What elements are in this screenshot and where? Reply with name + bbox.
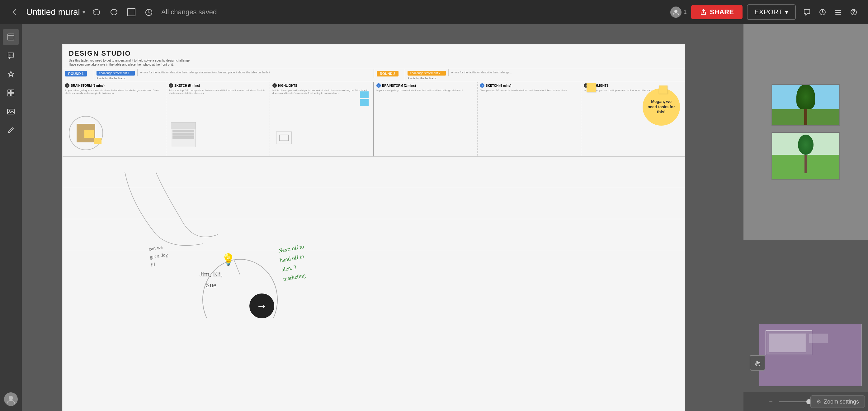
- svg-rect-13: [11, 90, 14, 93]
- arrow-icon: →: [256, 299, 268, 312]
- col1-desc: In your silent gallery, communicate idea…: [65, 89, 163, 95]
- floating-sticky-1: [587, 83, 596, 92]
- challenge1-text: A note for the facilitator:: [96, 77, 135, 80]
- svg-point-1: [674, 10, 678, 13]
- svg-point-18: [9, 396, 13, 400]
- share-button[interactable]: SHARE: [691, 5, 743, 19]
- green-sketch-text: Next: off tohand off toalen. 3marketing: [277, 242, 310, 284]
- sidebar-sticky-tool[interactable]: [3, 29, 19, 45]
- col2-desc: Take your top 2-3 concepts from brainsto…: [169, 89, 267, 95]
- svg-rect-15: [11, 93, 14, 96]
- sidebar-grid-tool[interactable]: [3, 85, 19, 101]
- help-button[interactable]: [847, 5, 861, 19]
- export-label: EXPORT: [754, 8, 782, 16]
- left-sidebar: [0, 24, 22, 411]
- svg-rect-3: [835, 10, 841, 11]
- svg-rect-12: [8, 90, 10, 93]
- arrow-button[interactable]: →: [249, 294, 274, 318]
- floating-sticky-2: [659, 85, 668, 94]
- zoom-settings-button[interactable]: ⚙ Zoom settings: [810, 396, 865, 408]
- minimap-sidebar: [809, 334, 828, 343]
- mini-sticky-1: [84, 130, 94, 138]
- blue-sticky-2: [360, 99, 369, 106]
- col2-header: SKETCH (5 mins): [174, 84, 200, 88]
- save-status: All changes saved: [161, 8, 217, 16]
- col5-header: SKETCH (5 mins): [486, 84, 511, 88]
- svg-point-10: [10, 55, 11, 56]
- minimap-canvas[interactable]: [759, 324, 862, 386]
- main-area: DESIGN STUDIO Use this table, you need t…: [0, 24, 868, 411]
- svg-rect-4: [835, 12, 841, 13]
- ds-subtitle: Use this table, you need to get to under…: [69, 59, 678, 62]
- minimap-area[interactable]: [743, 240, 868, 392]
- challenge2-text: A note for the facilitator:: [407, 77, 446, 80]
- frame-icon: [127, 8, 135, 16]
- sketch-names-circle: Jim, Eli,Sue: [199, 269, 223, 290]
- sidebar-image-tool[interactable]: [3, 104, 19, 120]
- undo-button[interactable]: [90, 6, 103, 18]
- svg-point-11: [12, 55, 13, 56]
- list-view-button[interactable]: [831, 5, 845, 19]
- mural-canvas[interactable]: DESIGN STUDIO Use this table, you need t…: [62, 44, 685, 411]
- top-bar: Untitled mural ▾ All changes saved: [0, 0, 868, 24]
- sidebar-draw-tool[interactable]: [3, 122, 19, 138]
- export-button[interactable]: EXPORT ▾: [747, 4, 796, 20]
- guide-line-1: [63, 188, 685, 188]
- zoom-minus-button[interactable]: −: [767, 397, 775, 406]
- tree-label: [772, 173, 840, 179]
- round1-badge: ROUND 1: [65, 71, 87, 76]
- redo-button[interactable]: [108, 6, 120, 18]
- share-label: SHARE: [710, 8, 734, 16]
- round2-badge: ROUND 2: [377, 71, 399, 76]
- design-studio-title: DESIGN STUDIO: [69, 49, 678, 58]
- collaborators-area: 1: [670, 6, 687, 18]
- mural-title: Untitled mural: [26, 7, 80, 17]
- export-chevron: ▾: [785, 8, 788, 16]
- callout-text: Megan, we need tasks for this!: [647, 99, 675, 115]
- lightbulb-icon: 💡: [221, 253, 236, 266]
- tree-photo-1: [772, 85, 839, 125]
- right-panel-images: [743, 24, 868, 240]
- col3-desc: In this phase, you and participants can …: [272, 89, 371, 95]
- col4-header: BRAINSTORM (2 mins): [382, 84, 416, 88]
- svg-point-9: [9, 55, 10, 56]
- minimap-content: [769, 334, 806, 352]
- challenge2-badge: challenge statement 2: [407, 71, 446, 75]
- topbar-icon-group: [800, 5, 861, 19]
- tree-image-1: [772, 84, 840, 126]
- col3-header: HIGHLIGHTS: [278, 84, 297, 88]
- hand-tool-button[interactable]: [750, 355, 765, 371]
- back-button[interactable]: [7, 5, 21, 19]
- mini-sticky-2: [94, 138, 101, 144]
- svg-rect-5: [835, 14, 841, 14]
- sketch-text-dog: can weget a dogit!: [148, 242, 170, 269]
- col1-header: BRAINSTORM (2 mins): [71, 84, 104, 88]
- canvas-area[interactable]: DESIGN STUDIO Use this table, you need t…: [22, 24, 743, 411]
- callout-circle: Megan, we need tasks for this!: [643, 88, 680, 126]
- zoom-settings-label: Zoom settings: [824, 399, 859, 405]
- svg-rect-8: [8, 34, 14, 40]
- sidebar-star-tool[interactable]: [3, 66, 19, 82]
- comment-button[interactable]: [800, 5, 814, 19]
- guide-line-2: [63, 219, 685, 219]
- frame-button[interactable]: [125, 6, 137, 18]
- title-dropdown-icon: ▾: [83, 9, 85, 15]
- svg-point-7: [854, 13, 854, 14]
- user-avatar[interactable]: [4, 392, 18, 406]
- gear-icon: ⚙: [816, 398, 821, 405]
- collaborators-count: 1: [683, 8, 687, 15]
- ds-note: Have everyone take a role in the table a…: [69, 63, 678, 66]
- activity-button[interactable]: [816, 5, 829, 19]
- svg-point-17: [9, 110, 10, 111]
- challenge1-badge: challenge statement 1: [96, 71, 135, 75]
- right-panel: − + 10% ⚙ Zoom settings: [743, 24, 868, 411]
- blue-sticky-1: [360, 92, 369, 98]
- mural-title-area[interactable]: Untitled mural ▾: [26, 7, 85, 17]
- collaborator-avatar: [670, 6, 682, 18]
- sidebar-comment-tool[interactable]: [3, 47, 19, 64]
- highlights-element: [276, 132, 292, 144]
- sketch-overlay: [63, 157, 685, 318]
- round1-notes: A note for the facilitator: describe the…: [140, 71, 371, 74]
- timer-button[interactable]: [143, 6, 155, 18]
- svg-rect-14: [8, 93, 10, 96]
